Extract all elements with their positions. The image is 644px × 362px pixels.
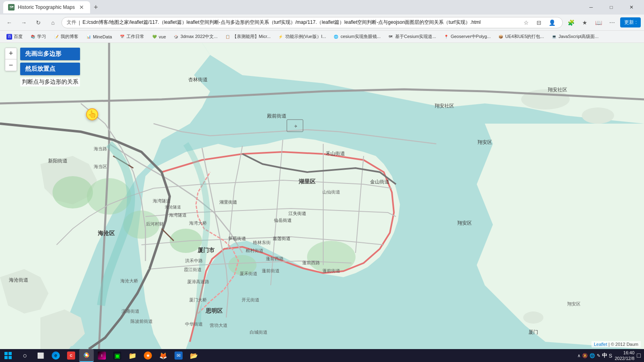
pen-icon[interactable]: ✎: [597, 353, 600, 358]
svg-text:中华街道: 中华街道: [185, 322, 203, 326]
leaflet-link[interactable]: Leaflet: [594, 342, 607, 347]
minedata-icon: 📊: [86, 34, 91, 40]
notification-icon[interactable]: □: [637, 352, 641, 359]
taskbar-search[interactable]: ○: [18, 349, 32, 362]
draw-polygon-button[interactable]: 先画出多边形: [20, 48, 80, 60]
clock[interactable]: 16:40 2022/12/8: [615, 350, 634, 362]
system-tray-icons: ∧ 🔕 🌐 ✎ 中 S: [577, 352, 612, 359]
taskbar-chrome[interactable]: [79, 349, 94, 362]
taskbar-terminal[interactable]: ▣: [110, 349, 124, 362]
taskbar-right: ∧ 🔕 🌐 ✎ 中 S 16:40 2022/12/8 □: [574, 350, 644, 362]
taskbar-mail[interactable]: ✉: [171, 349, 186, 362]
taskbar-taskview[interactable]: ⬜: [33, 349, 48, 362]
split-view-icon[interactable]: ⊟: [533, 17, 545, 28]
svg-text:翔安区: 翔安区: [478, 139, 492, 145]
bookmark-micro[interactable]: 📋 【亲测能用】Micr...: [222, 33, 274, 40]
star-icon: ★: [144, 351, 152, 360]
search-icon: ○: [23, 351, 27, 360]
address-bar[interactable]: 文件 | E:/csdn博客/地图之家/leaflet篇/117.（leafle…: [61, 17, 563, 28]
place-point-button[interactable]: 然后放置点: [20, 63, 80, 75]
bookmark-label: JavaSxcript高级面...: [558, 34, 598, 40]
taskbar-explorer[interactable]: 📁: [125, 349, 140, 362]
network-icon[interactable]: 🌐: [589, 353, 595, 358]
svg-text:厦门: 厦门: [528, 329, 538, 335]
bookmark-label: vue: [159, 34, 166, 39]
svg-text:禾山街道: 禾山街道: [326, 151, 345, 156]
extensions-icon[interactable]: 🧩: [565, 17, 577, 28]
bookmark-minedata[interactable]: 📊 MineData: [82, 33, 115, 40]
favorites-icon[interactable]: ★: [579, 17, 590, 28]
taskbar-star[interactable]: ★: [141, 349, 155, 362]
bookmark-label: Geoserver中Polyg...: [450, 34, 490, 40]
forward-button[interactable]: →: [18, 17, 30, 29]
maximize-button[interactable]: □: [602, 0, 621, 15]
map-attribution: Leaflet | © 2012 Daum: [591, 341, 641, 347]
address-path: E:/csdn博客/地图之家/leaflet篇/117.（leaflet篇）le…: [82, 19, 481, 26]
bookmark-label: 3dmax 2022中文...: [181, 34, 218, 40]
mute-icon[interactable]: 🔕: [582, 353, 588, 358]
map-container[interactable]: 杏林街道 殿前街道 ✈ 禾山街道 湖里区 山仙街道 金山街道 仙岳街道 江失街道…: [0, 43, 644, 349]
reload-button[interactable]: ↻: [32, 17, 44, 29]
taskbar-csdn[interactable]: C: [64, 349, 78, 362]
bookmark-label: 基于Cesium实现道...: [395, 34, 436, 40]
svg-text:厦门大桥: 厦门大桥: [189, 297, 207, 302]
svg-text:海沧隧道: 海沧隧道: [165, 205, 181, 209]
files-icon: 📂: [190, 352, 198, 360]
taskbar-files[interactable]: 📂: [187, 349, 201, 362]
reading-list-icon[interactable]: 📖: [593, 17, 604, 28]
active-tab[interactable]: 🗺 Historic Topographic Maps ✕: [3, 1, 90, 13]
address-scheme: 文件: [67, 19, 76, 26]
svg-text:海沧街道: 海沧街道: [9, 277, 28, 283]
bookmark-blog[interactable]: 📝 我的博客: [50, 33, 82, 40]
svg-text:营功大道: 营功大道: [210, 323, 227, 328]
svg-text:蓬前西路: 蓬前西路: [302, 260, 320, 265]
svg-text:翔安区: 翔安区: [457, 220, 472, 226]
svg-point-65: [85, 354, 88, 356]
bookmark-geoserver[interactable]: 📍 Geoserver中Polyg...: [440, 33, 494, 40]
bookmark-baidu[interactable]: 百 百度: [3, 33, 26, 40]
ime-s-icon[interactable]: S: [609, 353, 612, 359]
edge-icon: e: [52, 351, 60, 360]
bookmark-work[interactable]: 📅 工作日常: [116, 33, 147, 40]
svg-text:海当区: 海当区: [94, 164, 107, 169]
windows-logo: [4, 351, 12, 360]
bookmark-study[interactable]: 📚 学习: [27, 33, 49, 40]
taskbar-edge[interactable]: e: [48, 349, 63, 362]
svg-text:湖里区: 湖里区: [299, 178, 316, 185]
bookmark-ue4[interactable]: 📦 UE4和UE5的打包...: [495, 33, 547, 40]
new-tab-button[interactable]: +: [90, 2, 101, 13]
svg-text:蓬前西路: 蓬前西路: [266, 256, 284, 261]
bookmark-vue[interactable]: 💚 vue: [148, 33, 169, 40]
map-marker[interactable]: 👆: [86, 108, 98, 120]
bookmark-icon[interactable]: ☆: [520, 17, 532, 28]
bookmark-cesium[interactable]: 🌐 cesium实现鱼眼镜...: [330, 33, 384, 40]
taskbar-firefox[interactable]: 🦊: [156, 349, 170, 362]
update-button[interactable]: 更新 :: [620, 17, 641, 27]
blog-icon: 📝: [53, 34, 59, 40]
bookmark-cesium2[interactable]: 🗺 基于Cesium实现道...: [385, 33, 439, 40]
close-button[interactable]: ✕: [622, 0, 641, 15]
bookmark-3dmax[interactable]: 🎲 3dmax 2022中文...: [170, 33, 221, 40]
zoom-in-button[interactable]: +: [5, 48, 17, 59]
bookmark-js[interactable]: 💻 JavaSxcript高级面...: [548, 33, 602, 40]
back-button[interactable]: ←: [3, 17, 15, 29]
zoom-out-button[interactable]: −: [5, 59, 17, 71]
svg-text:翔安社区: 翔安社区: [435, 103, 454, 109]
address-icons: ☆ ⊟ 👤: [520, 17, 558, 28]
settings-icon[interactable]: ⋯: [606, 17, 618, 28]
terminal-icon: ▣: [113, 351, 121, 360]
chevron-icon[interactable]: ∧: [577, 353, 581, 358]
home-button[interactable]: ⌂: [47, 17, 59, 29]
svg-text:厦禾街道: 厦禾街道: [240, 271, 257, 276]
svg-text:嘉莲街道: 嘉莲街道: [273, 236, 290, 241]
start-button[interactable]: [0, 349, 16, 362]
taskbar-idea[interactable]: I: [95, 349, 109, 362]
taskbar: ○ ⬜ e C I ▣: [0, 349, 644, 362]
tab-close-button[interactable]: ✕: [78, 4, 85, 11]
bookmark-vue-demo[interactable]: ⚡ 功能示例(Vue版）I...: [275, 33, 329, 40]
minimize-button[interactable]: ─: [582, 0, 600, 15]
profile-icon[interactable]: 👤: [546, 17, 558, 28]
baidu-icon: 百: [6, 34, 12, 40]
js-icon: 💻: [551, 34, 557, 40]
input-method-icon[interactable]: 中: [602, 352, 607, 359]
